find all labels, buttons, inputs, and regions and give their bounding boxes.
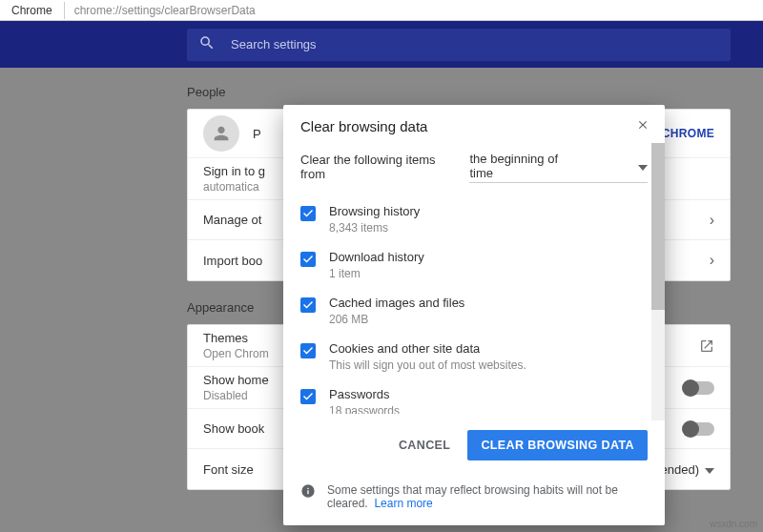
sync-label: Sign in to g [203, 164, 265, 178]
search-icon [198, 34, 231, 54]
info-icon [300, 483, 316, 501]
option-browsing-history[interactable]: Browsing history 8,343 items [300, 196, 648, 242]
search-placeholder: Search settings [231, 37, 317, 51]
time-range-label: Clear the following items from [300, 153, 460, 181]
option-download-history[interactable]: Download history 1 item [300, 242, 648, 288]
cancel-button[interactable]: CANCEL [395, 430, 454, 460]
show-home-toggle[interactable] [684, 381, 714, 395]
option-label: Cached images and files [329, 296, 464, 310]
option-sublabel: 206 MB [329, 313, 464, 326]
option-label: Browsing history [329, 204, 420, 218]
time-range-row: Clear the following items from the begin… [300, 144, 648, 196]
search-settings-input[interactable]: Search settings [187, 29, 731, 61]
open-external-icon [699, 338, 714, 354]
option-label: Download history [329, 250, 424, 264]
option-sublabel: 1 item [329, 267, 424, 280]
chevron-right-icon: › [710, 252, 714, 269]
show-bookmarks-toggle[interactable] [684, 422, 714, 436]
learn-more-link[interactable]: Learn more [374, 497, 432, 510]
browser-name: Chrome [0, 2, 65, 19]
option-sublabel: This will sign you out of most websites. [329, 358, 526, 372]
sync-sublabel: automatica [203, 180, 265, 194]
dialog-body: Clear the following items from the begin… [283, 144, 665, 418]
dialog-footer: Some settings that may reflect browsing … [283, 472, 665, 525]
show-bookmarks-label: Show book [203, 421, 264, 436]
show-home-sub: Disabled [203, 389, 269, 402]
watermark: wsxdn.com [710, 519, 757, 529]
option-sublabel: 18 passwords [329, 404, 400, 414]
option-label: Passwords [329, 387, 400, 401]
chevron-down-icon [638, 159, 648, 174]
option-cached-files[interactable]: Cached images and files 206 MB [300, 288, 648, 334]
time-range-value: the beginning of time [469, 152, 581, 180]
clear-browsing-data-button[interactable]: CLEAR BROWSING DATA [467, 430, 648, 460]
option-cookies[interactable]: Cookies and other site data This will si… [300, 334, 648, 379]
manage-people-label: Manage ot [203, 213, 261, 227]
scrollbar-thumb[interactable] [651, 143, 665, 310]
profile-name: P [253, 127, 261, 141]
checkbox-checked-icon[interactable] [300, 252, 316, 267]
dialog-actions: CANCEL CLEAR BROWSING DATA [283, 418, 665, 472]
themes-sublabel: Open Chrom [203, 347, 269, 360]
checkbox-checked-icon[interactable] [300, 297, 316, 313]
themes-label: Themes [203, 331, 269, 345]
section-people-title: People [187, 85, 763, 99]
close-icon[interactable] [636, 118, 650, 134]
option-sublabel: 8,343 items [329, 221, 420, 235]
import-label: Import boo [203, 254, 262, 268]
avatar [203, 115, 239, 152]
option-label: Cookies and other site data [329, 341, 526, 356]
dialog-scrollbar[interactable] [651, 143, 665, 420]
checkbox-checked-icon[interactable] [300, 206, 316, 221]
dialog-header: Clear browsing data [283, 105, 665, 144]
address-url: chrome://settings/clearBrowserData [65, 2, 265, 19]
font-size-label: Font size [203, 462, 254, 477]
checkbox-checked-icon[interactable] [300, 389, 316, 404]
option-passwords[interactable]: Passwords 18 passwords [300, 379, 648, 414]
clear-browsing-data-dialog: Clear browsing data Clear the following … [283, 105, 665, 525]
dialog-title: Clear browsing data [300, 118, 636, 134]
chevron-right-icon: › [710, 212, 714, 229]
time-range-select[interactable]: the beginning of time [469, 150, 648, 183]
settings-topbar: Search settings [0, 21, 763, 68]
window-tab-bar: Chrome chrome://settings/clearBrowserDat… [0, 0, 763, 21]
show-home-label: Show home [203, 373, 269, 387]
chevron-down-icon [705, 462, 714, 477]
checkbox-checked-icon[interactable] [300, 343, 316, 358]
